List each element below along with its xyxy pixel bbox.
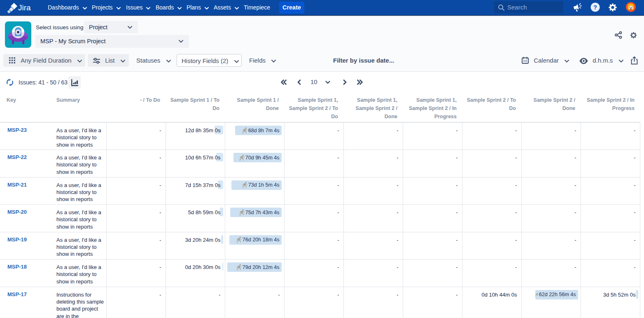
svg-text:?: ? (593, 4, 597, 11)
